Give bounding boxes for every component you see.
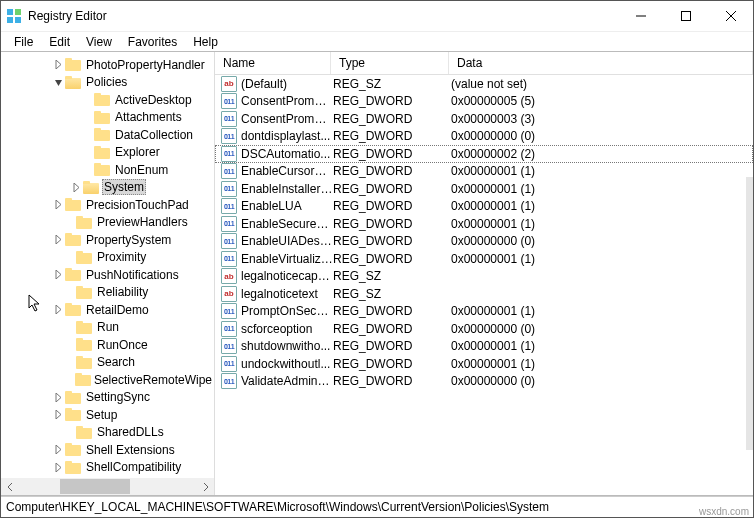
expand-icon[interactable] [53,304,64,315]
tree-item[interactable]: System [1,179,214,197]
menu-view[interactable]: View [79,34,119,50]
cell-name: PromptOnSecur... [241,304,333,318]
list-row[interactable]: ab(Default)REG_SZ(value not set) [215,75,753,93]
tree-item[interactable]: ShellCompatibility [1,459,214,477]
tree-item[interactable]: PhotoPropertyHandler [1,56,214,74]
folder-icon [76,356,92,369]
folder-icon [76,286,92,299]
column-header-data[interactable]: Data [449,52,753,74]
cell-type: REG_DWORD [333,129,451,143]
list-row[interactable]: 011EnableSecureUI...REG_DWORD0x00000001 … [215,215,753,233]
menu-file[interactable]: File [7,34,40,50]
binary-value-icon: 011 [221,321,237,337]
cell-name: EnableUIADeskt... [241,234,333,248]
folder-icon [76,251,92,264]
tree-item-label: PrecisionTouchPad [84,198,191,212]
cell-type: REG_DWORD [333,252,451,266]
tree-item-label: Search [95,355,137,369]
close-button[interactable] [708,2,753,31]
tree-item[interactable]: PropertySystem [1,231,214,249]
list-row[interactable]: 011EnableCursorSu...REG_DWORD0x00000001 … [215,163,753,181]
column-header-name[interactable]: Name [215,52,331,74]
expand-icon[interactable] [53,59,64,70]
tree-item[interactable]: Run [1,319,214,337]
list-row[interactable]: 011ValidateAdminC...REG_DWORD0x00000000 … [215,373,753,391]
list-row[interactable]: 011EnableUIADeskt...REG_DWORD0x00000000 … [215,233,753,251]
list-row[interactable]: 011undockwithoutl...REG_DWORD0x00000001 … [215,355,753,373]
folder-icon [65,76,81,89]
column-header-type[interactable]: Type [331,52,449,74]
tree-item[interactable]: Attachments [1,109,214,127]
tree-item[interactable]: PrecisionTouchPad [1,196,214,214]
list-row[interactable]: 011PromptOnSecur...REG_DWORD0x00000001 (… [215,303,753,321]
cell-name: scforceoption [241,322,333,336]
expand-icon[interactable] [53,409,64,420]
menu-edit[interactable]: Edit [42,34,77,50]
tree-item[interactable]: SelectiveRemoteWipe [1,371,214,389]
tree-item[interactable]: PreviewHandlers [1,214,214,232]
scroll-track[interactable] [18,478,197,495]
folder-icon [94,93,110,106]
expand-icon[interactable] [53,234,64,245]
menu-help[interactable]: Help [186,34,225,50]
list-row[interactable]: 011EnableVirtualiza...REG_DWORD0x0000000… [215,250,753,268]
expand-icon[interactable] [53,444,64,455]
tree-item[interactable]: Reliability [1,284,214,302]
tree-item[interactable]: Search [1,354,214,372]
list-row[interactable]: 011DSCAutomatio...REG_DWORD0x00000002 (2… [215,145,753,163]
twisty-spacer [64,287,75,298]
expand-icon[interactable] [53,462,64,473]
list-row[interactable]: ablegalnoticecapti...REG_SZ [215,268,753,286]
cell-type: REG_DWORD [333,199,451,213]
tree-item[interactable]: SharedDLLs [1,424,214,442]
list-row[interactable]: 011scforceoptionREG_DWORD0x00000000 (0) [215,320,753,338]
cell-name: DSCAutomatio... [241,147,333,161]
tree-item-label: RetailDemo [84,303,151,317]
tree-item[interactable]: PushNotifications [1,266,214,284]
binary-value-icon: 011 [221,233,237,249]
tree-item[interactable]: ActiveDesktop [1,91,214,109]
tree-item-label: PushNotifications [84,268,181,282]
tree-item[interactable]: Policies [1,74,214,92]
cell-type: REG_SZ [333,287,451,301]
binary-value-icon: 011 [221,128,237,144]
cell-data: 0x00000001 (1) [451,339,753,353]
minimize-button[interactable] [618,2,663,31]
scroll-left-button[interactable] [1,478,18,495]
tree-item[interactable]: DataCollection [1,126,214,144]
value-list[interactable]: ab(Default)REG_SZ(value not set)011Conse… [215,75,753,390]
tree-item[interactable]: NonEnum [1,161,214,179]
tree-horizontal-scrollbar[interactable] [1,478,214,495]
expand-icon[interactable] [53,269,64,280]
tree-item[interactable]: Shell Extensions [1,441,214,459]
list-row[interactable]: 011shutdownwitho...REG_DWORD0x00000001 (… [215,338,753,356]
tree-item[interactable]: RunOnce [1,336,214,354]
list-row[interactable]: 011ConsentPrompt...REG_DWORD0x00000005 (… [215,93,753,111]
list-row[interactable]: 011dontdisplaylast...REG_DWORD0x00000000… [215,128,753,146]
list-vertical-scrollbar[interactable] [746,177,753,450]
cell-name: EnableLUA [241,199,333,213]
list-row[interactable]: 011ConsentPrompt...REG_DWORD0x00000003 (… [215,110,753,128]
list-row[interactable]: 011EnableLUAREG_DWORD0x00000001 (1) [215,198,753,216]
tree-item[interactable]: RetailDemo [1,301,214,319]
expand-icon[interactable] [53,199,64,210]
string-value-icon: ab [221,268,237,284]
list-row[interactable]: 011EnableInstallerD...REG_DWORD0x0000000… [215,180,753,198]
collapse-icon[interactable] [53,77,64,88]
scroll-right-button[interactable] [197,478,214,495]
folder-icon [65,443,81,456]
tree-item-label: SharedDLLs [95,425,166,439]
tree-item[interactable]: Proximity [1,249,214,267]
cell-type: REG_DWORD [333,182,451,196]
tree-item[interactable]: SettingSync [1,389,214,407]
tree-item[interactable]: Explorer [1,144,214,162]
expand-icon[interactable] [53,392,64,403]
tree-item[interactable]: Setup [1,406,214,424]
maximize-button[interactable] [663,2,708,31]
expand-icon[interactable] [71,182,82,193]
scroll-thumb[interactable] [60,479,130,494]
menu-favorites[interactable]: Favorites [121,34,184,50]
registry-tree[interactable]: PhotoPropertyHandlerPoliciesActiveDeskto… [1,52,214,478]
binary-value-icon: 011 [221,163,237,179]
list-row[interactable]: ablegalnoticetextREG_SZ [215,285,753,303]
